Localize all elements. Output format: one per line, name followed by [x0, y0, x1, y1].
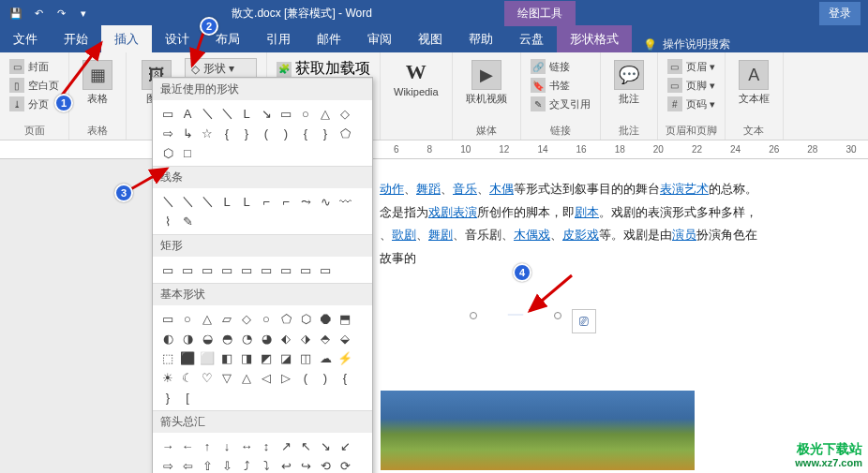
- shape-option[interactable]: ⇩: [217, 456, 236, 473]
- shape-option[interactable]: ⬖: [277, 329, 295, 347]
- shape-option[interactable]: ⤳: [296, 192, 315, 211]
- shape-option[interactable]: ▭: [237, 260, 256, 279]
- tab-shape-format[interactable]: 形状格式: [557, 25, 632, 52]
- shape-option[interactable]: ◪: [277, 348, 295, 367]
- tab-cloud[interactable]: 云盘: [506, 25, 557, 52]
- shape-option[interactable]: ◕: [257, 329, 276, 347]
- shape-option[interactable]: ◩: [257, 348, 276, 367]
- shape-option[interactable]: (: [257, 124, 276, 142]
- textbox-button[interactable]: A文本框: [733, 58, 775, 108]
- shape-option[interactable]: ⯃: [316, 309, 335, 328]
- shape-option[interactable]: ▭: [198, 260, 217, 279]
- shape-option[interactable]: ＼: [198, 192, 217, 211]
- shape-option[interactable]: ☀: [158, 368, 177, 387]
- shape-option[interactable]: ⬙: [336, 329, 354, 347]
- shape-option[interactable]: ): [316, 368, 335, 387]
- shape-option[interactable]: ◑: [178, 329, 197, 347]
- link-button[interactable]: 🔗链接: [529, 58, 572, 75]
- shape-option[interactable]: ⬚: [158, 348, 177, 367]
- comment-button[interactable]: 💬批注: [608, 58, 650, 108]
- shape-option[interactable]: ＼: [198, 104, 217, 123]
- shape-option[interactable]: ↑: [198, 436, 217, 455]
- shape-option[interactable]: ○: [178, 309, 197, 328]
- qat-more-icon[interactable]: ▾: [75, 5, 92, 22]
- shape-option[interactable]: ↔: [237, 436, 256, 455]
- tab-help[interactable]: 帮助: [456, 25, 506, 52]
- shape-option[interactable]: ↕: [257, 436, 276, 455]
- link-opera[interactable]: 歌剧: [392, 228, 416, 242]
- shape-option[interactable]: ↓: [217, 436, 236, 455]
- tab-references[interactable]: 引用: [253, 25, 304, 52]
- bookmark-button[interactable]: 🔖书签: [529, 77, 572, 94]
- shape-option[interactable]: (: [296, 368, 315, 387]
- shape-option[interactable]: ▱: [217, 309, 236, 328]
- shape-option[interactable]: ⌐: [277, 192, 295, 211]
- shape-option[interactable]: ▭: [158, 260, 177, 279]
- shape-option[interactable]: ＼: [217, 104, 236, 123]
- shape-option[interactable]: }: [158, 388, 177, 406]
- tab-mailings[interactable]: 邮件: [304, 25, 354, 52]
- link-ballet[interactable]: 舞剧: [428, 228, 453, 242]
- shape-option[interactable]: ⬘: [316, 329, 335, 347]
- shape-option[interactable]: ◇: [336, 104, 354, 123]
- shape-handle-left[interactable]: [470, 312, 477, 319]
- shape-option[interactable]: ): [277, 124, 295, 142]
- shape-option[interactable]: ↗: [277, 436, 295, 455]
- login-button[interactable]: 登录: [819, 2, 861, 25]
- shape-option[interactable]: ⚡: [336, 348, 354, 367]
- shape-option[interactable]: ⬜: [198, 348, 217, 367]
- shape-option[interactable]: ←: [178, 436, 197, 455]
- shape-option[interactable]: }: [316, 124, 335, 142]
- shape-option[interactable]: ◁: [257, 368, 276, 387]
- shape-option[interactable]: L: [237, 104, 256, 123]
- shape-option[interactable]: ☁: [316, 348, 335, 367]
- link-muppet[interactable]: 木偶戏: [514, 228, 550, 242]
- shape-option[interactable]: ⇦: [178, 456, 197, 473]
- shape-option[interactable]: ⇨: [158, 456, 177, 473]
- shape-option[interactable]: ⬠: [277, 309, 295, 328]
- shape-option[interactable]: ▭: [316, 260, 335, 279]
- link-puppet[interactable]: 木偶: [489, 182, 514, 196]
- shape-option[interactable]: ↩: [277, 456, 295, 473]
- shape-option[interactable]: ▽: [217, 368, 236, 387]
- shape-option[interactable]: ⌐: [257, 192, 276, 211]
- shape-option[interactable]: }: [237, 124, 256, 142]
- shape-option[interactable]: {: [336, 368, 354, 387]
- tab-view[interactable]: 视图: [405, 25, 456, 52]
- shape-option[interactable]: ▭: [158, 309, 177, 328]
- shape-option[interactable]: ◓: [217, 329, 236, 347]
- shape-option[interactable]: {: [296, 124, 315, 142]
- tab-review[interactable]: 审阅: [354, 25, 405, 52]
- shape-option[interactable]: A: [178, 104, 197, 123]
- header-button[interactable]: ▭页眉 ▾: [666, 58, 717, 75]
- shape-option[interactable]: ◐: [158, 329, 177, 347]
- shape-option[interactable]: ∿: [316, 192, 335, 211]
- shape-option[interactable]: ◧: [217, 348, 236, 367]
- shape-option[interactable]: ⬗: [296, 329, 315, 347]
- shape-option[interactable]: ◔: [237, 329, 256, 347]
- shape-option[interactable]: ↪: [296, 456, 315, 473]
- shape-option[interactable]: [: [178, 388, 197, 406]
- shape-option[interactable]: ▭: [277, 104, 295, 123]
- shape-option[interactable]: ⬠: [336, 124, 354, 142]
- link-shadow[interactable]: 皮影戏: [562, 228, 599, 242]
- shape-option[interactable]: ○: [257, 309, 276, 328]
- shape-option[interactable]: ＼: [178, 192, 197, 211]
- shape-option[interactable]: ▭: [296, 260, 315, 279]
- shape-option[interactable]: ↖: [296, 436, 315, 455]
- shape-option[interactable]: ⬒: [336, 309, 354, 328]
- shape-option[interactable]: ▭: [257, 260, 276, 279]
- shape-option[interactable]: ⇧: [198, 456, 217, 473]
- shape-option[interactable]: ☆: [198, 124, 217, 142]
- shape-option[interactable]: ↘: [257, 104, 276, 123]
- shape-option[interactable]: ✎: [178, 212, 197, 230]
- link-music[interactable]: 音乐: [453, 182, 477, 196]
- shape-option[interactable]: ↘: [316, 436, 335, 455]
- shape-option[interactable]: ⌇: [158, 212, 177, 230]
- crossref-button[interactable]: ✎交叉引用: [529, 96, 592, 112]
- shape-option[interactable]: ○: [296, 104, 315, 123]
- shape-option[interactable]: △: [237, 368, 256, 387]
- shape-option[interactable]: ♡: [198, 368, 217, 387]
- link-actor[interactable]: 演员: [672, 228, 696, 242]
- shape-option[interactable]: ⟲: [316, 456, 335, 473]
